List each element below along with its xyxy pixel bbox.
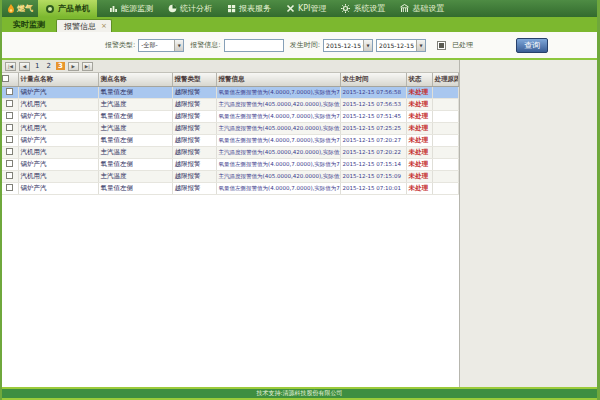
cell-reason [432,182,458,194]
table-row[interactable]: 汽机用汽主汽温度越限报警主汽温度报警值为(405.0000,420.0000),… [2,170,458,182]
row-checkbox[interactable] [6,112,13,119]
table-row[interactable]: 锅炉产汽氧量值左侧越限报警氧量值左侧报警值为(4.0000,7.0000),实际… [2,86,458,98]
footer-bar: 技术支持:清源科技股份有限公司 [2,387,597,400]
next-page-button[interactable]: ▶ [68,62,79,71]
tab-alarm-info-label: 报警信息 [64,21,96,32]
building-icon [400,4,409,13]
row-checkbox[interactable] [6,160,13,167]
nav-item-basic-settings[interactable]: 基础设置 [400,3,444,14]
nav-label: 报表服务 [239,3,271,14]
cell-time: 2015-12-15 07:51:45 [340,110,406,122]
cell-message: 主汽温度报警值为(405.0000,420.0000),实际值为421.3625 [216,170,340,182]
nav-item-statistics[interactable]: 统计分析 [168,3,212,14]
cell-point: 汽机用汽 [18,146,98,158]
flame-icon [7,4,15,14]
table-row[interactable]: 锅炉产汽氧量值左侧越限报警氧量值左侧报警值为(4.0000,7.0000),实际… [2,158,458,170]
tab-alarm-info[interactable]: 报警信息 × [56,19,112,32]
table-row[interactable]: 汽机用汽主汽温度越限报警主汽温度报警值为(405.0000,420.0000),… [2,146,458,158]
table-row[interactable]: 锅炉产汽氧量值左侧越限报警氧量值左侧报警值为(4.0000,7.0000),实际… [2,134,458,146]
nav-item-report-service[interactable]: 报表服务 [227,3,271,14]
cell-sensor: 氧量值左侧 [98,182,172,194]
alarm-table-body: 锅炉产汽氧量值左侧越限报警氧量值左侧报警值为(4.0000,7.0000),实际… [2,86,458,194]
cell-time: 2015-12-15 07:56:53 [340,98,406,110]
time-from-picker[interactable]: 2015-12-15 07:09 ▼ [323,39,373,52]
main-nav: 能源监测 统计分析 报表服务 KPI管理 系统设置 基础设置 [109,3,444,14]
cell-sensor: 氧量值左侧 [98,110,172,122]
pie-chart-icon [168,4,177,13]
cell-reason [432,110,458,122]
nav-label: KPI管理 [298,3,326,14]
row-checkbox[interactable] [6,148,13,155]
nav-item-system-settings[interactable]: 系统设置 [341,3,385,14]
alarm-type-value: -全部- [141,41,174,50]
table-row[interactable]: 锅炉产汽氧量值左侧越限报警氧量值左侧报警值为(4.0000,7.0000),实际… [2,110,458,122]
cell-status: 未处理 [406,158,432,170]
page-button-2[interactable]: 2 [44,62,52,70]
alarm-info-input[interactable] [224,39,284,52]
row-checkbox[interactable] [6,124,13,131]
row-checkbox[interactable] [6,136,13,143]
page-button-3-current[interactable]: 3 [56,62,65,70]
product-button[interactable]: 产品单机 [38,0,97,17]
table-empty-area [2,195,459,388]
pagination-bar: |◀ ◀ 1 2 3 ▶ ▶| [2,60,459,73]
cell-status: 未处理 [406,146,432,158]
chevron-down-icon[interactable]: ▼ [416,40,425,51]
cell-status: 未处理 [406,86,432,98]
cell-type: 越限报警 [172,170,216,182]
cell-sensor: 主汽温度 [98,98,172,110]
row-checkbox[interactable] [6,184,13,191]
select-all-checkbox[interactable] [2,75,9,82]
occur-time-label: 发生时间: [290,40,320,50]
cell-time: 2015-12-15 07:20:27 [340,134,406,146]
cell-point: 锅炉产汽 [18,134,98,146]
processed-checkbox[interactable] [437,41,446,50]
cell-point: 锅炉产汽 [18,110,98,122]
close-icon[interactable]: × [101,22,107,30]
cell-type: 越限报警 [172,98,216,110]
col-header-type: 报警类型 [172,73,216,86]
nav-item-energy-monitoring[interactable]: 能源监测 [109,3,153,14]
cell-status: 未处理 [406,182,432,194]
grid-icon [227,4,236,13]
time-to-picker[interactable]: 2015-12-15 08:09 ▼ [376,39,426,52]
first-page-button[interactable]: |◀ [5,62,16,71]
cell-type: 越限报警 [172,86,216,98]
tab-realtime-monitoring[interactable]: 实时监测 [7,19,51,32]
top-header-bar: 燃气 产品单机 能源监测 统计分析 报表服务 KPI管理 [2,0,597,17]
chevron-down-icon[interactable]: ▼ [174,40,183,51]
chevron-down-icon[interactable]: ▼ [363,40,372,51]
table-header-row: 计量点名称 测点名称 报警类型 报警信息 发生时间 状态 处理原因 [2,73,458,86]
cell-time: 2015-12-15 07:56:58 [340,86,406,98]
col-header-reason: 处理原因 [432,73,458,86]
row-checkbox[interactable] [6,88,13,95]
col-header-time: 发生时间 [340,73,406,86]
table-row[interactable]: 汽机用汽主汽温度越限报警主汽温度报警值为(405.0000,420.0000),… [2,122,458,134]
cell-message: 氧量值左侧报警值为(4.0000,7.0000),实际值为7.8354 [216,158,340,170]
query-button[interactable]: 查询 [516,38,548,53]
prev-page-button[interactable]: ◀ [19,62,30,71]
cell-reason [432,134,458,146]
cell-status: 未处理 [406,98,432,110]
cell-status: 未处理 [406,122,432,134]
cell-time: 2015-12-15 07:10:01 [340,182,406,194]
alarm-type-select[interactable]: -全部- ▼ [138,39,184,52]
table-row[interactable]: 锅炉产汽氧量值左侧越限报警氧量值左侧报警值为(4.0000,7.0000),实际… [2,182,458,194]
cell-time: 2015-12-15 07:25:25 [340,122,406,134]
row-checkbox[interactable] [6,172,13,179]
cell-point: 锅炉产汽 [18,182,98,194]
cell-status: 未处理 [406,170,432,182]
cell-time: 2015-12-15 07:20:22 [340,146,406,158]
footer-text: 技术支持:清源科技股份有限公司 [256,389,342,398]
cell-message: 主汽温度报警值为(405.0000,420.0000),实际值为424.4460 [216,146,340,158]
cell-reason [432,122,458,134]
cell-sensor: 主汽温度 [98,146,172,158]
cell-reason [432,170,458,182]
product-icon [45,4,55,14]
row-checkbox[interactable] [6,100,13,107]
alarm-info-label: 报警信息: [190,40,220,50]
nav-item-kpi-management[interactable]: KPI管理 [286,3,326,14]
table-row[interactable]: 汽机用汽主汽温度越限报警主汽温度报警值为(405.0000,420.0000),… [2,98,458,110]
last-page-button[interactable]: ▶| [82,62,93,71]
page-button-1[interactable]: 1 [33,62,41,70]
